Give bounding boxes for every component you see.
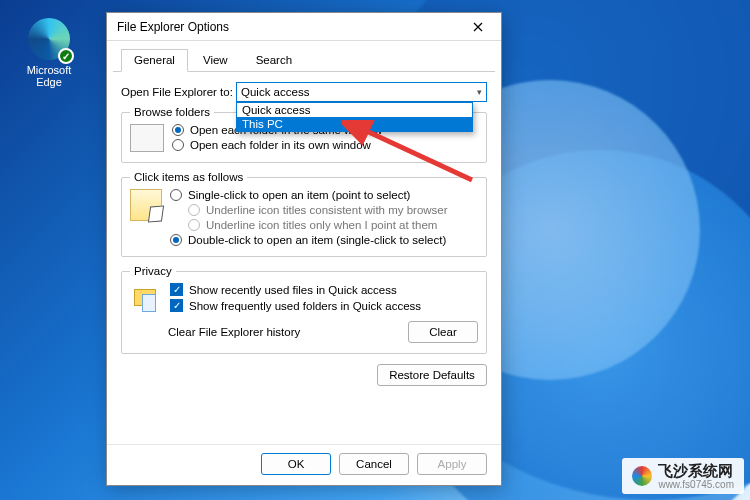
group-click-items: Click items as follows Single-click to o… — [121, 171, 487, 257]
clear-button[interactable]: Clear — [408, 321, 478, 343]
checkbox-frequent-folders[interactable]: ✓ — [170, 299, 183, 312]
open-explorer-label: Open File Explorer to: — [121, 86, 236, 98]
dropdown-item-this-pc[interactable]: This PC — [237, 117, 472, 131]
group-privacy: Privacy ✓ Show recently used files in Qu… — [121, 265, 487, 354]
radio-underline-browser-label: Underline icon titles consistent with my… — [206, 204, 448, 216]
radio-own-window-label: Open each folder in its own window — [190, 139, 371, 151]
restore-defaults-button[interactable]: Restore Defaults — [377, 364, 487, 386]
radio-double-click[interactable] — [170, 234, 182, 246]
checkbox-recent-files[interactable]: ✓ — [170, 283, 183, 296]
open-explorer-dropdown: Quick access This PC — [236, 102, 473, 132]
combo-selected-text: Quick access — [241, 86, 309, 98]
close-icon — [473, 22, 483, 32]
radio-double-click-label: Double-click to open an item (single-cli… — [188, 234, 446, 246]
dropdown-item-quick-access[interactable]: Quick access — [237, 103, 472, 117]
ok-button[interactable]: OK — [261, 453, 331, 475]
privacy-icon — [130, 283, 162, 315]
desktop-icon-edge[interactable]: ✓ Microsoft Edge — [15, 18, 83, 88]
group-legend-privacy: Privacy — [130, 265, 176, 277]
close-button[interactable] — [461, 16, 495, 38]
radio-underline-point-label: Underline icon titles only when I point … — [206, 219, 437, 231]
radio-single-click[interactable] — [170, 189, 182, 201]
checkbox-recent-files-label: Show recently used files in Quick access — [189, 284, 397, 296]
shield-check-icon: ✓ — [58, 48, 74, 64]
open-explorer-combo[interactable]: Quick access ▾ — [236, 82, 487, 102]
dialog-title: File Explorer Options — [117, 20, 461, 34]
file-explorer-options-dialog: File Explorer Options General View Searc… — [106, 12, 502, 486]
radio-single-click-label: Single-click to open an item (point to s… — [188, 189, 410, 201]
radio-own-window[interactable] — [172, 139, 184, 151]
clear-history-label: Clear File Explorer history — [168, 326, 396, 338]
edge-icon: ✓ — [28, 18, 70, 60]
watermark-url: www.fs0745.com — [658, 479, 734, 490]
tab-bar: General View Search — [113, 45, 495, 72]
radio-underline-browser — [188, 204, 200, 216]
cancel-button[interactable]: Cancel — [339, 453, 409, 475]
group-legend-click: Click items as follows — [130, 171, 247, 183]
titlebar: File Explorer Options — [107, 13, 501, 41]
dialog-footer: OK Cancel Apply — [107, 444, 501, 485]
watermark: 飞沙系统网 www.fs0745.com — [622, 458, 744, 494]
apply-button: Apply — [417, 453, 487, 475]
radio-underline-point — [188, 219, 200, 231]
chevron-down-icon: ▾ — [477, 87, 482, 97]
checkbox-frequent-folders-label: Show frequently used folders in Quick ac… — [189, 300, 421, 312]
tab-content-general: Open File Explorer to: Quick access ▾ Qu… — [107, 72, 501, 444]
tab-view[interactable]: View — [190, 49, 241, 71]
tab-search[interactable]: Search — [243, 49, 305, 71]
watermark-name: 飞沙系统网 — [658, 462, 733, 479]
radio-same-window[interactable] — [172, 124, 184, 136]
browse-folders-icon — [130, 124, 164, 152]
watermark-logo-icon — [632, 466, 652, 486]
desktop-icon-label: Microsoft Edge — [15, 64, 83, 88]
tab-general[interactable]: General — [121, 49, 188, 72]
group-legend-browse: Browse folders — [130, 106, 214, 118]
click-items-icon — [130, 189, 162, 221]
